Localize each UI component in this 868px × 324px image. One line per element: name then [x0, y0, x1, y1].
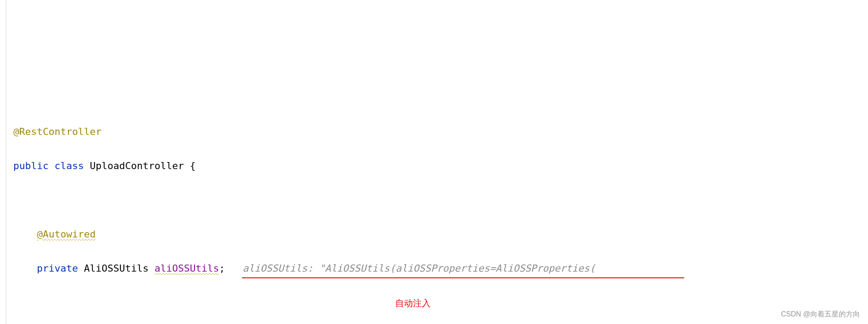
field-aliossutils: aliOSSUtils [155, 263, 219, 274]
code-line[interactable]: public class UploadController { [13, 158, 868, 175]
code-line[interactable]: private AliOSSUtils aliOSSUtils; aliOSSU… [13, 260, 868, 277]
semicolon: ; [219, 263, 225, 274]
annotation-label-line: 自动注入 [13, 294, 868, 311]
annotation-restcontroller: @RestController [13, 126, 102, 137]
watermark: CSDN @向着五星的方向 [781, 308, 860, 320]
keyword-public: public [13, 160, 48, 171]
code-line[interactable]: @RestController [13, 123, 868, 141]
inlay-hint-aliossutils: aliOSSUtils: "AliOSSUtils(aliOSSProperti… [243, 263, 596, 274]
annotation-underline [242, 277, 685, 278]
keyword-private: private [37, 263, 78, 274]
annotation-red-label: 自动注入 [395, 296, 431, 311]
code-editor[interactable]: @RestController public class UploadContr… [13, 106, 868, 324]
brace-open: { [190, 160, 195, 171]
inlay-hint-wrap: aliOSSUtils: "AliOSSUtils(aliOSSProperti… [243, 260, 596, 277]
annotation-autowired: @Autowired [37, 229, 95, 240]
keyword-class: class [55, 160, 84, 171]
code-line-empty[interactable] [13, 192, 868, 209]
gutter [0, 0, 6, 324]
type-aliossutils: AliOSSUtils [84, 263, 149, 274]
code-line[interactable]: @Autowired [13, 226, 868, 243]
class-name: UploadController [90, 160, 184, 171]
